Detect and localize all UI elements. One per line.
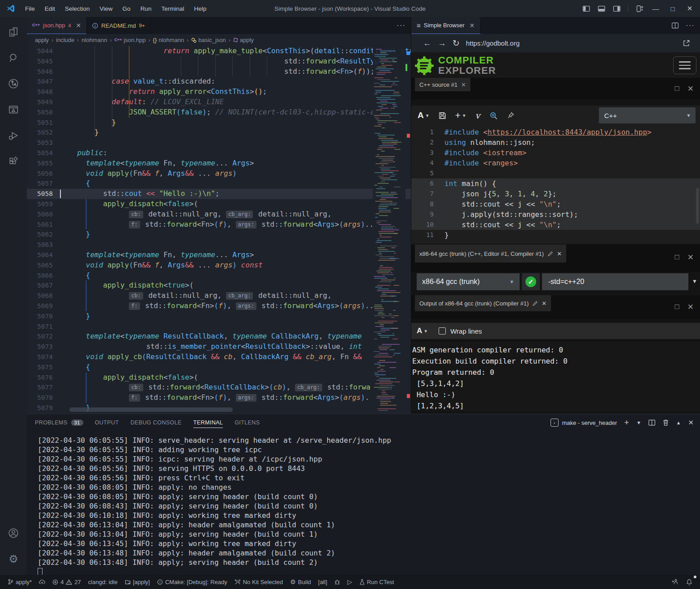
more-actions-icon[interactable]: ··· bbox=[686, 21, 695, 30]
menu-terminal[interactable]: Terminal bbox=[157, 4, 188, 13]
tab-json-hpp[interactable]: C++ json.hpp 4 ✕ bbox=[27, 17, 87, 34]
minimize-button[interactable]: — bbox=[648, 2, 663, 15]
maximize-pane-icon[interactable]: □ bbox=[674, 253, 679, 262]
code-editor[interactable]: 5044return apply_make_tuple<ConstThis>(d… bbox=[27, 46, 411, 414]
hamburger-menu-icon[interactable] bbox=[673, 56, 696, 74]
ce-program-output[interactable]: ASM generation compiler returned: 0Execu… bbox=[411, 342, 700, 411]
menu-run[interactable]: Run bbox=[136, 4, 156, 13]
compiler-explorer-logo-icon[interactable] bbox=[413, 55, 435, 77]
close-pane-icon[interactable]: ✕ bbox=[687, 302, 694, 312]
terminal-session[interactable]: › make - serve_header bbox=[551, 419, 617, 427]
ce-compiler-tab[interactable]: x86-64 gcc (trunk) (C++, Editor #1, Comp… bbox=[415, 245, 566, 263]
customize-layout-icon[interactable] bbox=[633, 3, 646, 14]
maximize-button[interactable]: □ bbox=[665, 2, 680, 15]
run-ctest-button[interactable]: Run CTest bbox=[356, 576, 397, 587]
edit-title-icon[interactable] bbox=[547, 251, 553, 257]
search-icon[interactable] bbox=[3, 47, 24, 69]
ce-source-tab[interactable]: C++ source #1 ✕ bbox=[415, 78, 470, 91]
breadcrumb-item[interactable]: include bbox=[56, 37, 74, 43]
split-editor-icon[interactable] bbox=[672, 22, 679, 29]
menu-edit[interactable]: Edit bbox=[40, 4, 60, 13]
run-debug-icon[interactable] bbox=[3, 124, 24, 147]
kit-item[interactable]: No Kit Selected bbox=[231, 576, 286, 587]
problems-item[interactable]: 4 27 bbox=[49, 576, 84, 587]
breadcrumb-item[interactable]: apply bbox=[35, 37, 49, 43]
breadcrumb-item[interactable]: {}nlohmann bbox=[153, 37, 184, 43]
panel-tab-debug-console[interactable]: DEBUG CONSOLE bbox=[131, 418, 182, 428]
terminal-dropdown-icon[interactable]: ▼ bbox=[636, 420, 641, 425]
font-size-icon[interactable]: A▼ bbox=[418, 110, 430, 120]
sync-changes-item[interactable] bbox=[36, 576, 48, 587]
tab-readme-md[interactable]: README.md 9+ bbox=[87, 17, 150, 34]
tab-close-icon[interactable]: ✕ bbox=[76, 22, 81, 29]
save-icon[interactable] bbox=[439, 112, 446, 119]
source-control-icon[interactable] bbox=[3, 72, 24, 95]
split-terminal-icon[interactable] bbox=[649, 420, 655, 426]
add-pane-icon[interactable]: +▼ bbox=[455, 110, 466, 121]
maximize-pane-icon[interactable]: □ bbox=[674, 84, 679, 93]
menu-go[interactable]: Go bbox=[118, 4, 135, 13]
ce-source-editor[interactable]: 1#include <https://localhost:8443/apply/… bbox=[411, 125, 700, 244]
pin-icon[interactable] bbox=[507, 111, 515, 119]
new-terminal-icon[interactable]: + bbox=[624, 418, 629, 428]
breadcrumb-item[interactable]: basic_json bbox=[191, 37, 226, 43]
ce-output-tab[interactable]: Output of x86-64 gcc (trunk) (Compiler #… bbox=[415, 295, 551, 311]
compiler-select[interactable]: x86-64 gcc (trunk)▼ bbox=[417, 273, 520, 290]
vim-mode-icon[interactable]: v bbox=[475, 110, 480, 120]
toggle-secondary-sidebar-icon[interactable] bbox=[610, 3, 623, 14]
panel-tab-gitlens[interactable]: GITLENS bbox=[235, 418, 260, 428]
minimap[interactable] bbox=[373, 46, 405, 414]
menu-view[interactable]: View bbox=[95, 4, 117, 13]
ce-editor-scrollbar[interactable] bbox=[696, 188, 699, 224]
open-external-icon[interactable] bbox=[683, 39, 690, 47]
maximize-panel-icon[interactable]: ▲ bbox=[676, 420, 681, 425]
font-size-icon[interactable]: A▼ bbox=[417, 326, 428, 335]
close-pane-icon[interactable]: ✕ bbox=[687, 84, 694, 93]
language-select[interactable]: C++▼ bbox=[599, 107, 696, 123]
panel-tab-problems[interactable]: PROBLEMS31 bbox=[35, 418, 83, 428]
back-icon[interactable]: ← bbox=[423, 39, 431, 47]
tab-close-icon[interactable]: ✕ bbox=[542, 300, 546, 307]
url-input[interactable]: https://godbolt.org bbox=[466, 39, 520, 47]
options-dropdown-icon[interactable]: ▼ bbox=[692, 278, 697, 284]
notifications-bell-icon[interactable] bbox=[683, 576, 696, 587]
edit-title-icon[interactable] bbox=[532, 301, 538, 306]
breadcrumb-item[interactable]: nlohmann bbox=[81, 37, 107, 43]
wrap-lines-checkbox[interactable] bbox=[439, 327, 446, 335]
explorer-icon[interactable] bbox=[3, 21, 24, 43]
feedback-icon[interactable] bbox=[668, 576, 681, 587]
build-button[interactable]: ⚙ Build bbox=[287, 576, 314, 587]
tab-simple-browser[interactable]: ≡ Simple Browser ✕ bbox=[411, 17, 481, 34]
menu-help[interactable]: Help bbox=[189, 4, 211, 13]
terminal-output[interactable]: [2022-04-30 06:05:55] INFO: serve_header… bbox=[27, 432, 700, 575]
maximize-pane-icon[interactable]: □ bbox=[674, 302, 679, 312]
tab-close-icon[interactable]: ✕ bbox=[470, 22, 475, 29]
clangd-status-item[interactable]: clangd: idle bbox=[85, 576, 121, 587]
account-icon[interactable] bbox=[3, 522, 24, 544]
panel-tab-terminal[interactable]: TERMINAL bbox=[193, 418, 223, 428]
cmake-status-item[interactable]: CMake: [Debug]: Ready bbox=[154, 576, 230, 587]
kill-terminal-icon[interactable] bbox=[662, 419, 669, 426]
panel-tab-output[interactable]: OUTPUT bbox=[95, 418, 119, 428]
close-panel-icon[interactable]: ✕ bbox=[688, 419, 694, 427]
tab-close-icon[interactable]: ✕ bbox=[557, 250, 562, 257]
git-branch-item[interactable]: apply* bbox=[4, 576, 35, 587]
toggle-panel-icon[interactable] bbox=[595, 3, 608, 14]
settings-gear-icon[interactable]: ⚙ bbox=[3, 548, 24, 570]
forward-icon[interactable]: → bbox=[438, 39, 446, 47]
extensions-icon[interactable] bbox=[3, 150, 24, 173]
cmake-project-item[interactable]: [apply] bbox=[122, 576, 153, 587]
tab-close-icon[interactable]: ✕ bbox=[461, 81, 466, 88]
menu-file[interactable]: File bbox=[21, 4, 39, 13]
breadcrumb-item[interactable]: C++json.hpp bbox=[114, 37, 145, 43]
reload-icon[interactable]: ↻ bbox=[452, 39, 460, 47]
menu-selection[interactable]: Selection bbox=[60, 4, 94, 13]
editor-more-actions[interactable]: ··· bbox=[397, 17, 411, 34]
close-button[interactable]: ✕ bbox=[682, 2, 697, 15]
toggle-sidebar-icon[interactable] bbox=[580, 3, 593, 14]
close-pane-icon[interactable]: ✕ bbox=[687, 253, 694, 262]
build-target-item[interactable]: [all] bbox=[315, 576, 330, 587]
compiler-options-input[interactable]: -std=c++20 bbox=[542, 273, 688, 290]
debug-icon[interactable] bbox=[331, 576, 343, 587]
cmake-panel-icon[interactable] bbox=[3, 98, 24, 121]
